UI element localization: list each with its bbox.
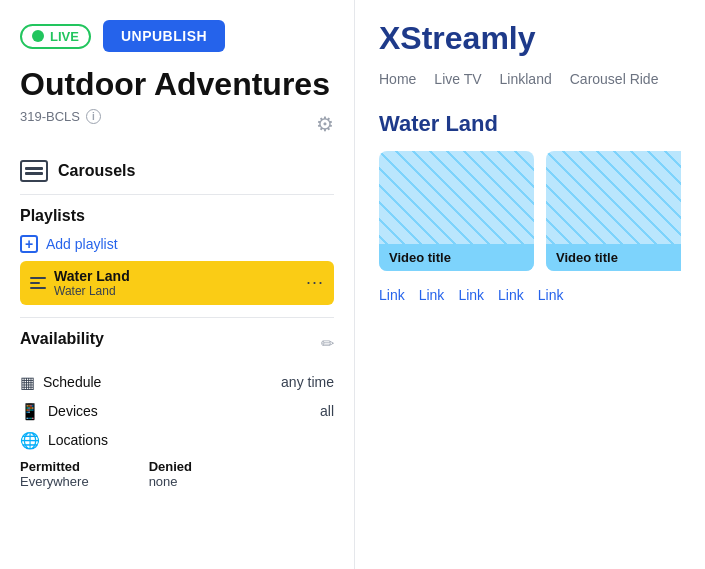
video-cards-row: Video title Video title [379,151,681,271]
playlists-title: Playlists [20,207,334,225]
add-playlist-icon: + [20,235,38,253]
list-icon [30,277,46,289]
locations-row: 🌐 Locations [20,426,334,455]
nav-links: Home Live TV Linkland Carousel Ride [379,71,681,87]
devices-label: Devices [48,403,98,419]
links-row: Link Link Link Link Link [379,287,681,303]
video-card-1[interactable]: Video title [379,151,534,271]
nav-linkland[interactable]: Linkland [500,71,552,87]
availability-title: Availability [20,330,104,348]
divider-1 [20,194,334,195]
video-card-1-label: Video title [379,244,534,271]
carousels-item[interactable]: Carousels [20,160,334,182]
devices-value: all [320,403,334,419]
locations-left: 🌐 Locations [20,431,108,450]
list-bar-1 [30,277,46,279]
playlist-item-left: Water Land Water Land [30,268,130,298]
playlist-sub: Water Land [54,284,130,298]
unpublish-button[interactable]: UNPUBLISH [103,20,225,52]
add-playlist-label: Add playlist [46,236,118,252]
brand-title: XStreamly [379,20,681,57]
devices-icon: 📱 [20,402,40,421]
schedule-row: ▦ Schedule any time [20,368,334,397]
video-card-2-label: Video title [546,244,681,271]
live-badge: LIVE [20,24,91,49]
video-card-2[interactable]: Video title [546,151,681,271]
denied-value: none [149,474,192,489]
live-dot-icon [32,30,44,42]
top-bar: LIVE UNPUBLISH [20,20,334,52]
nav-carousel-ride[interactable]: Carousel Ride [570,71,659,87]
devices-row: 📱 Devices all [20,397,334,426]
permitted-header: Permitted [20,459,89,474]
carousel-icon-bar-1 [25,167,43,170]
playlist-name-stack: Water Land Water Land [54,268,130,298]
gear-icon[interactable]: ⚙ [316,112,334,136]
denied-col: Denied none [149,459,192,489]
list-bar-3 [30,287,46,289]
section-heading: Water Land [379,111,681,137]
nav-livetv[interactable]: Live TV [434,71,481,87]
schedule-value: any time [281,374,334,390]
playlist-item[interactable]: Water Land Water Land ··· [20,261,334,305]
carousels-label: Carousels [58,162,135,180]
schedule-label: Schedule [43,374,101,390]
schedule-left: ▦ Schedule [20,373,101,392]
permitted-col: Permitted Everywhere [20,459,89,489]
schedule-icon: ▦ [20,373,35,392]
permitted-denied-row: Permitted Everywhere Denied none [20,455,334,491]
carousel-icon-bar-2 [25,172,43,175]
divider-2 [20,317,334,318]
page-id-row: 319-BCLS i [20,109,101,124]
page-title: Outdoor Adventures [20,66,334,103]
settings-row: 319-BCLS i ⚙ [20,109,334,140]
devices-left: 📱 Devices [20,402,98,421]
permitted-value: Everywhere [20,474,89,489]
info-icon[interactable]: i [86,109,101,124]
footer-link-5[interactable]: Link [538,287,564,303]
left-panel: LIVE UNPUBLISH Outdoor Adventures 319-BC… [0,0,355,569]
carousels-icon [20,160,48,182]
page-id: 319-BCLS [20,109,80,124]
playlist-name: Water Land [54,268,130,284]
playlist-menu-button[interactable]: ··· [306,272,324,293]
add-playlist-row[interactable]: + Add playlist [20,235,334,253]
locations-icon: 🌐 [20,431,40,450]
nav-home[interactable]: Home [379,71,416,87]
availability-header: Availability ✏ [20,330,334,358]
footer-link-2[interactable]: Link [419,287,445,303]
list-bar-2 [30,282,40,284]
denied-header: Denied [149,459,192,474]
locations-label: Locations [48,432,108,448]
footer-link-3[interactable]: Link [458,287,484,303]
footer-link-1[interactable]: Link [379,287,405,303]
live-label: LIVE [50,29,79,44]
right-panel: XStreamly Home Live TV Linkland Carousel… [355,0,705,569]
footer-link-4[interactable]: Link [498,287,524,303]
edit-icon[interactable]: ✏ [321,334,334,353]
